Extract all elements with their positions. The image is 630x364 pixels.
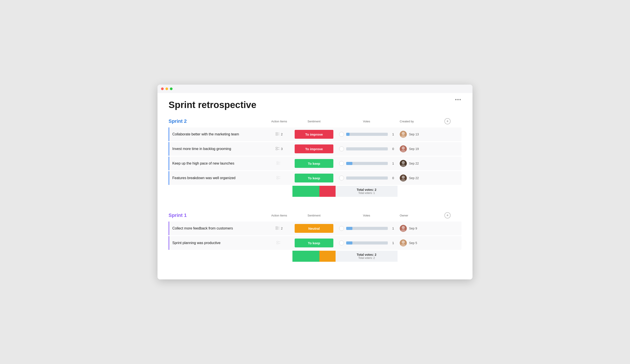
sprint1-summary-votes: Total votes: 2 Total voters: 2: [336, 251, 398, 262]
vote-bar: [346, 177, 388, 180]
retro-action-col[interactable]: 3: [266, 147, 292, 151]
action-icon: [276, 241, 280, 245]
sentiment-badge[interactable]: To improve: [295, 145, 333, 153]
table-row[interactable]: Invest more time in backlog grooming 3 T…: [168, 142, 462, 156]
maximize-button[interactable]: [170, 87, 172, 90]
page-title: Sprint retrospective: [168, 100, 462, 110]
sprint2-section: Sprint 2 Action Items Sentiment Votes Cr…: [168, 118, 462, 197]
svg-point-11: [401, 150, 406, 152]
svg-rect-25: [276, 228, 278, 229]
vote-radio[interactable]: [339, 226, 344, 231]
retro-sentiment-col[interactable]: To improve: [292, 145, 336, 153]
action-icon: [276, 132, 280, 137]
svg-rect-30: [277, 241, 278, 242]
retro-votes-col: 1: [336, 240, 398, 245]
svg-point-16: [402, 161, 405, 164]
retro-action-col[interactable]: 2: [266, 132, 292, 137]
retro-votes-col: 0: [336, 176, 398, 181]
svg-point-29: [401, 229, 406, 232]
svg-point-34: [402, 240, 405, 244]
sprint1-section: Sprint 1 Action Items Sentiment Votes Ow…: [168, 212, 462, 262]
vote-radio[interactable]: [339, 161, 344, 166]
retro-action-col[interactable]: 2: [266, 226, 292, 231]
svg-point-22: [402, 176, 405, 179]
svg-rect-6: [276, 147, 278, 148]
svg-rect-19: [277, 178, 278, 179]
sprint2-summary-row: Total votes: 2 Total voters: 1: [168, 186, 462, 197]
sentiment-badge[interactable]: Neutral: [295, 224, 333, 233]
sprint2-rows: Collaborate better with the marketing te…: [168, 127, 462, 185]
retro-sentiment-col[interactable]: Neutral: [292, 224, 336, 233]
svg-rect-24: [276, 227, 278, 228]
action-count: 2: [281, 227, 283, 230]
retro-action-col[interactable]: [266, 241, 292, 245]
table-row[interactable]: Collaborate better with the marketing te…: [168, 127, 462, 141]
minimize-button[interactable]: [166, 87, 168, 90]
sprint2-header-row: Sprint 2 Action Items Sentiment Votes Cr…: [168, 118, 462, 124]
action-count: 2: [281, 133, 283, 136]
svg-point-10: [402, 147, 405, 150]
table-row[interactable]: Features breakdown was well organized To…: [168, 171, 462, 185]
retro-sentiment-col[interactable]: To keep: [292, 238, 336, 247]
app-window: Sprint retrospective ••• Sprint 2 Action…: [158, 85, 472, 279]
sprint2-add-button[interactable]: +: [444, 118, 450, 124]
sprint2-col-votes-header: Votes: [363, 120, 370, 123]
avatar: [400, 145, 407, 152]
table-row[interactable]: Keep up the high pace of new launches To…: [168, 157, 462, 170]
vote-radio[interactable]: [339, 240, 344, 245]
sprint1-col-owner-header: Owner: [400, 214, 408, 217]
sprint1-add-button[interactable]: +: [444, 212, 450, 218]
retro-sentiment-col[interactable]: To improve: [292, 130, 336, 139]
retro-created-col: Sep 19: [398, 145, 442, 152]
action-icon: [276, 176, 280, 180]
vote-count: 1: [390, 133, 394, 136]
retro-votes-col: 0: [336, 147, 398, 151]
sprint1-col-votes-header: Votes: [363, 214, 370, 217]
sprint1-total-voters: Total voters: 2: [358, 256, 375, 260]
main-content: Sprint retrospective ••• Sprint 2 Action…: [158, 93, 472, 279]
vote-bar: [346, 162, 388, 165]
created-date: Sep 19: [409, 147, 419, 151]
sentiment-badge[interactable]: To keep: [295, 174, 333, 182]
sprint2-total-voters: Total voters: 1: [358, 191, 375, 194]
retro-sentiment-col[interactable]: To keep: [292, 174, 336, 182]
svg-point-17: [401, 164, 406, 167]
vote-count: 1: [390, 241, 394, 245]
vote-count: 0: [390, 147, 394, 151]
avatar: [400, 160, 407, 167]
retro-item-text: Sprint planning was productive: [168, 236, 266, 250]
created-date: Sep 22: [409, 162, 419, 165]
retro-action-col[interactable]: [266, 162, 292, 166]
created-date: Sep 9: [409, 227, 417, 230]
more-options-button[interactable]: •••: [455, 97, 462, 103]
svg-point-28: [402, 226, 405, 229]
sentiment-badge[interactable]: To improve: [295, 130, 333, 139]
svg-rect-0: [276, 133, 278, 134]
vote-bar: [346, 147, 388, 150]
close-button[interactable]: [161, 87, 164, 90]
sentiment-badge[interactable]: To keep: [295, 159, 333, 168]
vote-bar: [346, 241, 388, 244]
sprint1-title: Sprint 1: [168, 212, 187, 218]
sprint2-col-created-header: Created by: [400, 120, 414, 123]
svg-point-23: [401, 179, 406, 182]
vote-radio[interactable]: [339, 176, 344, 181]
retro-item-text: Keep up the high pace of new launches: [168, 157, 266, 170]
svg-rect-13: [277, 164, 278, 165]
vote-radio[interactable]: [339, 147, 344, 151]
table-row[interactable]: Collect more feedback from customers 2 N…: [168, 221, 462, 235]
vote-radio[interactable]: [339, 132, 344, 137]
retro-sentiment-col[interactable]: To keep: [292, 159, 336, 168]
created-date: Sep 5: [409, 241, 417, 245]
retro-action-col[interactable]: [266, 176, 292, 180]
vote-bar: [346, 133, 388, 136]
sprint2-summary-votes: Total votes: 2 Total voters: 1: [336, 186, 398, 197]
retro-item-text: Invest more time in backlog grooming: [168, 142, 266, 156]
sprint2-col-action-header: Action Items: [271, 120, 287, 123]
avatar: [400, 225, 407, 232]
sentiment-badge[interactable]: To keep: [295, 238, 333, 247]
sprint1-header-row: Sprint 1 Action Items Sentiment Votes Ow…: [168, 212, 462, 218]
vote-count: 1: [390, 227, 394, 230]
table-row[interactable]: Sprint planning was productive To keep 1: [168, 236, 462, 250]
vote-count: 0: [390, 176, 394, 180]
